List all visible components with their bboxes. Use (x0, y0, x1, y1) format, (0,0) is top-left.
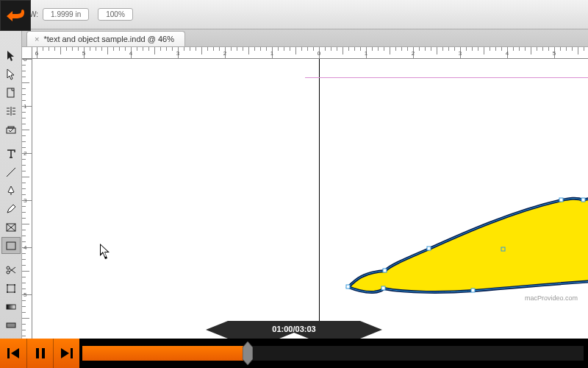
selection-tool[interactable] (1, 47, 21, 64)
ruler-horizontal[interactable]: 654321012345 (32, 47, 588, 59)
pause-icon (33, 346, 48, 361)
ruler-h-label: 4 (129, 50, 132, 57)
svg-rect-0 (7, 88, 14, 97)
prev-icon (6, 346, 21, 361)
tab-close-icon[interactable]: × (35, 35, 39, 43)
ruler-h-label: 2 (223, 50, 226, 57)
ruler-v-label: 5 (24, 291, 26, 298)
ruler-vertical[interactable]: 012345 (22, 59, 32, 339)
progress-thumb[interactable] (243, 342, 253, 365)
svg-rect-21 (471, 289, 475, 292)
ruler-v-label: 2 (24, 150, 26, 157)
ruler-h-label: 3 (459, 50, 462, 57)
back-button[interactable] (0, 0, 31, 31)
svg-point-10 (7, 291, 8, 293)
type-tool[interactable] (1, 145, 21, 162)
svg-rect-29 (71, 348, 73, 358)
doc-tab[interactable]: × *text and object sample.indd @ 46% (26, 31, 185, 46)
svg-rect-4 (7, 242, 15, 250)
svg-rect-2 (8, 127, 14, 128)
svg-rect-12 (7, 305, 15, 309)
svg-rect-14 (346, 285, 350, 289)
doc-tab-title: *text and object sample.indd @ 46% (43, 35, 174, 43)
gap-tool[interactable] (1, 102, 21, 119)
progress-bar[interactable] (79, 339, 588, 368)
gradient-swatch-tool[interactable] (1, 298, 21, 315)
page-tool[interactable] (1, 84, 21, 101)
svg-rect-16 (427, 247, 431, 250)
svg-marker-28 (61, 348, 69, 358)
video-frame: W: 1.9999 in 100% × (0, 0, 588, 368)
ruler-v-label: 3 (24, 197, 26, 204)
svg-rect-15 (383, 269, 387, 272)
ruler-v-label: 4 (24, 244, 26, 251)
progress-fill (82, 346, 248, 361)
indesign-window: W: 1.9999 in 100% × (0, 0, 588, 339)
rectangle-tool[interactable] (1, 237, 21, 254)
control-bar: W: 1.9999 in 100% (22, 0, 588, 29)
svg-rect-13 (7, 323, 15, 328)
svg-rect-18 (581, 198, 585, 202)
svg-rect-22 (381, 286, 385, 290)
player-bar (0, 339, 588, 368)
time-display: 01:00/03:03 (206, 321, 382, 337)
line-tool[interactable] (1, 163, 21, 180)
prev-button[interactable] (0, 339, 26, 368)
watermark: macProvideo.com (520, 293, 582, 303)
center-point-icon (501, 247, 505, 251)
content-collector-tool[interactable] (1, 121, 21, 138)
ruler-h-label: 5 (82, 50, 85, 57)
scissors-tool[interactable] (1, 261, 21, 278)
svg-rect-7 (7, 285, 15, 292)
progress-track (82, 346, 584, 361)
ruler-h-label: 5 (553, 50, 556, 57)
pen-tool[interactable] (1, 182, 21, 199)
ruler-h-label: 4 (506, 50, 509, 57)
next-button[interactable] (53, 339, 79, 368)
svg-point-11 (14, 291, 15, 293)
ruler-corner (22, 47, 32, 59)
back-arrow-icon (5, 7, 26, 24)
mouse-cursor-icon (98, 243, 112, 263)
canvas[interactable] (32, 59, 588, 339)
control-zoom[interactable]: 100% (98, 8, 133, 21)
toolbox (0, 29, 22, 339)
svg-rect-27 (42, 348, 45, 358)
svg-point-5 (7, 266, 10, 269)
ruler-v-label: 0 (24, 59, 26, 63)
player-buttons (0, 339, 79, 368)
ruler-h-label: 3 (176, 50, 179, 57)
direct-selection-tool[interactable] (1, 66, 21, 82)
svg-point-6 (7, 271, 10, 274)
pencil-tool[interactable] (1, 200, 21, 217)
svg-rect-26 (36, 348, 39, 358)
rectangle-frame-tool[interactable] (1, 219, 21, 236)
ruler-h-label: 1 (270, 50, 273, 57)
svg-point-8 (7, 284, 8, 286)
free-transform-tool[interactable] (1, 280, 21, 297)
ruler-h-label: 6 (35, 50, 38, 57)
doc-tab-bar: × *text and object sample.indd @ 46% (22, 29, 588, 47)
svg-marker-30 (243, 342, 253, 365)
ruler-h-label: 0 (318, 50, 320, 57)
pause-button[interactable] (26, 339, 53, 368)
svg-marker-25 (11, 348, 19, 358)
ruler-v-label: 1 (24, 103, 26, 110)
svg-point-9 (14, 284, 15, 286)
time-badge: 01:00/03:03 (206, 321, 382, 339)
svg-rect-24 (7, 348, 10, 358)
ruler-h-label: 1 (365, 50, 368, 57)
control-w-value[interactable]: 1.9999 in (43, 8, 89, 21)
gradient-feather-tool[interactable] (1, 316, 21, 333)
next-icon (60, 346, 74, 361)
ruler-h-label: 2 (412, 50, 415, 57)
svg-rect-17 (559, 198, 563, 202)
